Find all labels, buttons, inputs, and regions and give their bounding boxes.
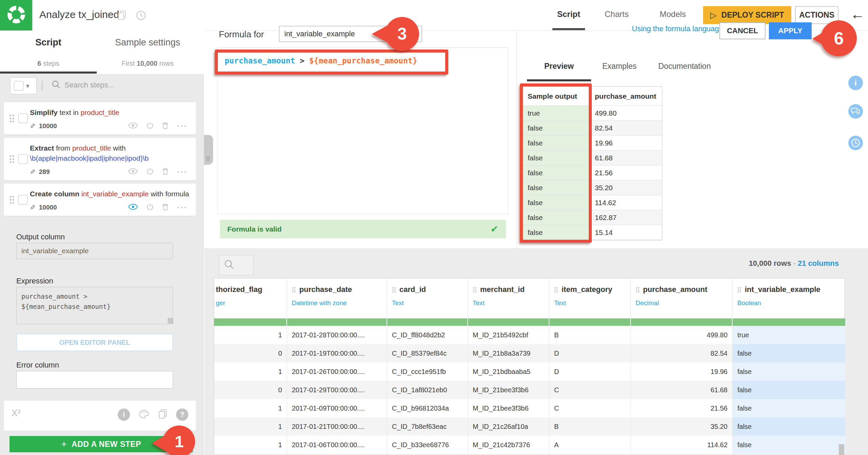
table-cell-purchase_amount[interactable]: 499.80 xyxy=(631,326,733,344)
more-options-icon[interactable]: ··· xyxy=(177,206,188,209)
table-cell-card_id[interactable]: C_ID_7b8ef63eac xyxy=(387,417,468,436)
step-checkbox[interactable] xyxy=(18,154,28,164)
table-cell-card_id[interactable]: C_ID_ccc1e951fb xyxy=(387,362,468,381)
column-type[interactable]: Boolean xyxy=(737,299,845,307)
tab-documentation[interactable]: Documentation xyxy=(658,62,711,71)
delete-step-icon[interactable] xyxy=(162,122,169,131)
clock-icon[interactable] xyxy=(136,10,146,22)
column-type[interactable]: Text xyxy=(392,299,468,307)
column-header-purchase_date[interactable]: purchase_dateDatetime with zone xyxy=(287,278,387,318)
app-logo[interactable] xyxy=(0,0,32,31)
table-cell-purchase_date[interactable]: 2017-01-06T00:00:00.... xyxy=(287,436,387,454)
vertical-scrollbar-thumb[interactable] xyxy=(839,444,844,455)
drag-handle-icon[interactable] xyxy=(473,287,477,293)
table-cell-card_id[interactable]: C_ID_85379ef84c xyxy=(387,344,468,362)
table-cell-int_variable_example[interactable]: false xyxy=(733,362,845,381)
eye-icon[interactable] xyxy=(128,203,138,212)
copy-icon[interactable] xyxy=(117,10,127,22)
disable-step-icon[interactable] xyxy=(146,203,154,212)
table-cell-card_id[interactable]: C_ID_b96812034a xyxy=(387,399,468,417)
table-cell-merchant_id[interactable]: M_ID_21b8a3a739 xyxy=(468,344,549,362)
eye-icon[interactable] xyxy=(128,122,138,130)
column-type[interactable]: Text xyxy=(554,299,630,307)
tab-preview[interactable]: Preview xyxy=(527,62,591,71)
delete-step-icon[interactable] xyxy=(162,167,169,176)
column-header-merchant_id[interactable]: merchant_idText xyxy=(468,278,549,318)
step-checkbox[interactable] xyxy=(18,114,28,123)
column-type[interactable]: Decimal xyxy=(636,299,732,307)
help-icon[interactable]: ? xyxy=(176,409,188,421)
table-cell-merchant_id[interactable]: M_ID_21bdbaaba5 xyxy=(468,362,549,381)
table-cell-purchase_date[interactable]: 2017-01-26T00:00:00.... xyxy=(287,362,387,381)
formula-x2-icon[interactable]: X² xyxy=(12,408,21,418)
eye-icon[interactable] xyxy=(128,168,138,176)
table-cell-purchase_date[interactable]: 2017-01-29T00:00:00.... xyxy=(287,381,387,399)
table-cell-thorized_flag[interactable]: 1 xyxy=(214,362,287,381)
table-cell-int_variable_example[interactable]: false xyxy=(733,399,845,417)
table-cell-thorized_flag[interactable]: 1 xyxy=(214,436,287,454)
table-cell-thorized_flag[interactable]: 1 xyxy=(214,326,287,344)
select-all-checkbox[interactable] xyxy=(14,81,23,91)
discussions-icon[interactable] xyxy=(848,104,863,119)
drag-handle-icon[interactable] xyxy=(554,287,558,293)
table-cell-card_id[interactable]: C_ID_b33ee68776 xyxy=(387,436,468,454)
table-cell-card_id[interactable]: C_ID_1af8021eb0 xyxy=(387,381,468,399)
column-type[interactable]: Text xyxy=(473,299,549,307)
table-cell-purchase_amount[interactable]: 19.96 xyxy=(631,362,733,381)
table-cell-thorized_flag[interactable]: 0 xyxy=(214,381,287,399)
column-type[interactable]: ger xyxy=(216,299,287,307)
table-cell-int_variable_example[interactable]: true xyxy=(733,326,845,344)
column-header-thorized_flag[interactable]: thorized_flagger xyxy=(214,278,287,318)
script-step[interactable]: Create column int_variable_example with … xyxy=(4,183,196,216)
output-column-input[interactable]: int_variable_example xyxy=(16,243,173,259)
table-cell-item_category[interactable]: C xyxy=(549,399,631,417)
drag-handle-icon[interactable] xyxy=(737,287,741,293)
script-step[interactable]: Extract from product_title with \b(apple… xyxy=(4,137,196,181)
table-cell-item_category[interactable]: D xyxy=(549,362,631,381)
step-checkbox[interactable] xyxy=(18,195,28,204)
column-header-item_category[interactable]: item_categoryText xyxy=(549,278,631,318)
table-cell-merchant_id[interactable]: M_ID_21b5492cbf xyxy=(468,326,549,344)
column-type[interactable]: Datetime with zone xyxy=(292,299,387,307)
table-cell-item_category[interactable]: A xyxy=(549,436,631,454)
drag-handle-icon[interactable] xyxy=(9,155,14,163)
tab-charts[interactable]: Charts xyxy=(605,9,629,19)
history-clock-icon[interactable] xyxy=(848,136,863,150)
search-steps-input[interactable]: Search steps... xyxy=(52,80,114,90)
table-cell-purchase_amount[interactable]: 61.68 xyxy=(631,381,733,399)
table-cell-item_category[interactable]: B xyxy=(549,417,631,436)
table-cell-merchant_id[interactable]: M_ID_21c26af10a xyxy=(468,417,549,436)
table-cell-int_variable_example[interactable]: false xyxy=(733,381,845,399)
error-column-input[interactable] xyxy=(16,371,173,389)
details-info-icon[interactable]: i xyxy=(848,76,863,90)
sidebar-tab-script[interactable]: Script xyxy=(0,37,97,48)
script-step[interactable]: Simplify text in product_title✎10000··· xyxy=(4,102,196,135)
chevron-down-icon[interactable]: ▾ xyxy=(26,82,30,90)
table-cell-thorized_flag[interactable]: 0 xyxy=(214,344,287,362)
select-all-steps-dropdown[interactable]: ▾ xyxy=(10,77,37,94)
table-cell-purchase_date[interactable]: 2017-01-21T00:00:00.... xyxy=(287,417,387,436)
panel-collapse-handle[interactable] xyxy=(204,135,213,165)
delete-step-icon[interactable] xyxy=(162,203,169,212)
open-editor-panel-button[interactable]: OPEN EDITOR PANEL xyxy=(16,334,173,351)
copy-step-icon[interactable] xyxy=(158,409,167,420)
more-options-icon[interactable]: ··· xyxy=(177,124,188,128)
info-icon[interactable]: i xyxy=(118,409,130,421)
table-cell-int_variable_example[interactable]: false xyxy=(733,436,845,454)
table-cell-thorized_flag[interactable]: 1 xyxy=(214,417,287,436)
tab-models[interactable]: Models xyxy=(660,9,686,19)
formula-language-link[interactable]: Using the formula language xyxy=(632,24,723,33)
tab-script[interactable]: Script xyxy=(552,9,585,19)
table-search-box[interactable] xyxy=(219,255,253,275)
column-count-link[interactable]: 21 columns xyxy=(798,259,839,268)
table-cell-card_id[interactable]: C_ID_ff8048d2b2 xyxy=(387,326,468,344)
table-cell-merchant_id[interactable]: M_ID_21bee3f3b6 xyxy=(468,399,549,417)
drag-handle-icon[interactable] xyxy=(392,287,396,293)
table-cell-purchase_amount[interactable]: 21.56 xyxy=(631,399,733,417)
column-header-purchase_amount[interactable]: purchase_amountDecimal xyxy=(631,278,733,318)
table-cell-thorized_flag[interactable]: 1 xyxy=(214,399,287,417)
tab-examples[interactable]: Examples xyxy=(602,62,637,71)
table-cell-purchase_amount[interactable]: 35.20 xyxy=(631,417,733,436)
column-header-int_variable_example[interactable]: int_variable_exampleBoolean xyxy=(733,278,845,318)
expression-textarea[interactable]: purchase_amount > ${mean_purchase_amount… xyxy=(16,287,173,324)
